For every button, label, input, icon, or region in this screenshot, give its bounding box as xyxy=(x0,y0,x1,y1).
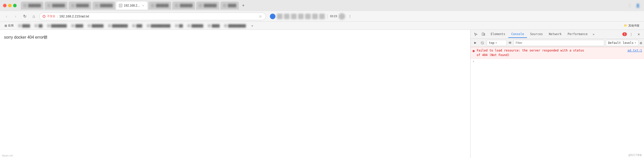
bookmarks-more-button[interactable]: » xyxy=(250,23,255,28)
ext-icon-7[interactable] xyxy=(319,14,325,19)
ext-icon-4[interactable] xyxy=(298,14,304,19)
bookmark-item[interactable]: ████ xyxy=(206,24,221,28)
bookmark-label: ████████ xyxy=(51,24,67,27)
browser-menu-button[interactable]: ⋮ xyxy=(347,13,353,20)
browser-tab[interactable]: ████ xyxy=(220,2,239,10)
maximize-button[interactable] xyxy=(13,4,17,7)
browser-tab[interactable]: ██████ xyxy=(45,2,67,10)
inspect-element-tool[interactable] xyxy=(473,31,479,38)
devtools-tabs-more-button[interactable]: » xyxy=(591,31,596,38)
browser-tab[interactable]: ██████ xyxy=(68,2,91,10)
tab-favicon xyxy=(175,4,178,7)
tab-elements[interactable]: Elements xyxy=(488,31,508,38)
profile-icon[interactable]: 👤 xyxy=(634,2,641,9)
browser-tab[interactable]: ██████ xyxy=(148,2,171,10)
page-error-message: sorry docker 404 error锛 xyxy=(4,35,466,40)
back-button[interactable]: ‹ xyxy=(3,13,10,20)
bookmark-item[interactable]: ████████ xyxy=(106,24,129,28)
home-button[interactable]: ⌂ xyxy=(30,13,37,20)
tab-console[interactable]: Console xyxy=(508,31,527,38)
browser-tab[interactable]: ██████ xyxy=(172,2,195,10)
browser-tab[interactable]: ██████ xyxy=(92,2,115,10)
apps-label: 应用 xyxy=(8,24,14,28)
minimize-button[interactable] xyxy=(8,4,12,7)
ext-icon-1[interactable] xyxy=(277,14,282,19)
bookmark-item[interactable]: ████████ xyxy=(46,24,68,28)
devtools-toolbar: top ▾ 👁 Default levels ▾ ⚙ xyxy=(471,39,644,47)
tab-favicon xyxy=(119,4,122,7)
bookmark-favicon xyxy=(187,24,190,27)
tab-favicon xyxy=(47,4,51,7)
devtools-close-button[interactable]: × xyxy=(635,31,642,38)
tab-sources[interactable]: Sources xyxy=(527,31,546,38)
other-bookmarks-button[interactable]: 📁 其他书签 xyxy=(622,23,641,28)
tab-title: ██████ xyxy=(204,4,217,7)
tab-title: ██████ xyxy=(100,4,113,7)
bookmark-item[interactable]: ████ xyxy=(70,24,85,28)
bookmark-item[interactable]: ██ xyxy=(173,24,185,28)
new-tab-button[interactable]: + xyxy=(240,2,247,9)
reload-button[interactable]: ↻ xyxy=(21,13,28,20)
bookmark-item[interactable]: ██████████ xyxy=(145,24,172,28)
bookmark-item[interactable]: ████ xyxy=(17,24,31,28)
ext-icon-3[interactable] xyxy=(291,14,297,19)
bookmark-favicon xyxy=(132,24,135,27)
title-bar: ██████ ██████ ██████ ██████ 192.168.2...… xyxy=(0,0,644,11)
tab-favicon xyxy=(23,4,27,7)
close-button[interactable] xyxy=(3,4,7,7)
bookmark-favicon xyxy=(175,24,178,27)
forward-button[interactable]: › xyxy=(12,13,19,20)
tab-favicon xyxy=(223,4,226,7)
console-prompt-row: › xyxy=(471,59,644,64)
browser-tab[interactable]: ██████ xyxy=(21,2,44,10)
tab-title: 192.168.2... xyxy=(124,4,140,7)
bookmark-item[interactable]: █████████ xyxy=(223,24,247,28)
ext-icon-5[interactable] xyxy=(305,14,311,19)
devtools-header: Elements Console Sources Network Perform… xyxy=(471,30,644,39)
filter-input[interactable] xyxy=(513,40,604,46)
svg-point-2 xyxy=(44,17,44,17)
bookmark-favicon xyxy=(224,24,227,27)
console-settings-icon[interactable]: ⚙ xyxy=(640,41,642,45)
tab-performance[interactable]: Performance xyxy=(565,31,591,38)
bookmark-item[interactable]: ██████ xyxy=(186,24,205,28)
console-output: ● Failed to load resource: the server re… xyxy=(471,47,644,158)
bookmark-favicon xyxy=(47,24,50,27)
bookmarks-bar: ⊞ 应用 ████ ██ ████████ ████ ██████ ██████… xyxy=(0,22,644,30)
browser-menu-icon[interactable]: ⋮ xyxy=(626,2,633,9)
extensions-icon[interactable] xyxy=(270,14,275,19)
folder-icon: 📁 xyxy=(624,24,627,27)
live-expressions-icon[interactable]: 👁 xyxy=(508,41,512,45)
tab-title: ██████ xyxy=(76,4,89,7)
bookmark-item[interactable]: ██████ xyxy=(86,24,105,28)
ext-icon-2[interactable] xyxy=(284,14,290,19)
devtools-more-options-button[interactable]: ⋮ xyxy=(628,31,634,38)
avatar-icon[interactable] xyxy=(339,13,345,20)
page-content: sorry docker 404 error锛 kkpan.net xyxy=(0,30,470,158)
bookmark-star-icon[interactable]: ☆ xyxy=(258,14,263,19)
address-bar[interactable]: 不安全 | 192.168.2.215/ad.txt ☆ xyxy=(39,13,266,20)
levels-arrow-icon: ▾ xyxy=(635,41,636,44)
clear-console-button[interactable] xyxy=(480,40,485,46)
tab-title: ██████ xyxy=(180,4,193,7)
device-toolbar-icon[interactable] xyxy=(480,31,487,38)
bookmark-item[interactable]: ███ xyxy=(131,24,144,28)
devtools-header-right: 1 ⋮ × xyxy=(622,31,642,38)
default-levels-label: Default levels xyxy=(608,41,633,45)
bookmark-item[interactable]: ██ xyxy=(33,24,44,28)
tab-network[interactable]: Network xyxy=(546,31,565,38)
bookmarks-apps-item[interactable]: ⊞ 应用 xyxy=(3,23,15,28)
execute-context-icon[interactable] xyxy=(473,40,478,46)
bookmark-favicon xyxy=(88,24,91,27)
ext-icon-6[interactable] xyxy=(312,14,318,19)
tab-close-button[interactable]: × xyxy=(141,4,145,7)
svg-line-6 xyxy=(482,42,483,44)
context-selector[interactable]: top ▾ xyxy=(487,40,507,46)
browser-tab[interactable]: ██████ xyxy=(196,2,219,10)
default-levels-selector[interactable]: Default levels ▾ xyxy=(606,40,638,46)
console-error-source[interactable]: ad.txt:1 xyxy=(627,48,642,52)
active-browser-tab[interactable]: 192.168.2... × xyxy=(116,2,147,10)
bookmark-favicon xyxy=(34,24,38,27)
content-area: sorry docker 404 error锛 kkpan.net Elemen… xyxy=(0,30,644,158)
bookmark-favicon xyxy=(71,24,74,27)
